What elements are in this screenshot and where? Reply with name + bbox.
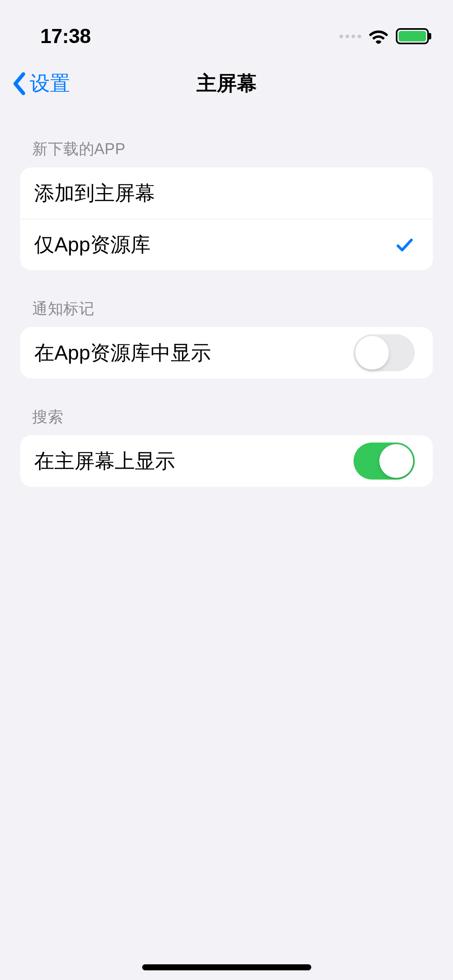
group-badges: 在App资源库中显示 (20, 327, 433, 379)
section-header-badges: 通知标记 (20, 270, 433, 327)
page-title: 主屏幕 (197, 70, 257, 97)
row-show-in-app-library: 在App资源库中显示 (20, 327, 433, 379)
option-app-library-only[interactable]: 仅App资源库 (20, 219, 433, 270)
status-right (339, 28, 429, 44)
battery-icon (396, 28, 429, 44)
section-header-new-apps: 新下载的APP (20, 111, 433, 167)
status-time: 17:38 (40, 25, 91, 48)
toggle-show-in-app-library[interactable] (354, 334, 415, 371)
home-indicator[interactable] (142, 964, 311, 970)
back-label: 设置 (30, 70, 70, 97)
status-bar: 17:38 (0, 0, 453, 56)
nav-bar: 设置 主屏幕 (0, 56, 453, 111)
option-add-to-home[interactable]: 添加到主屏幕 (20, 167, 433, 219)
row-show-on-home: 在主屏幕上显示 (20, 435, 433, 487)
option-label: 仅App资源库 (34, 231, 395, 258)
toggle-show-on-home[interactable] (354, 443, 415, 480)
row-label: 在主屏幕上显示 (34, 448, 354, 475)
content: 新下载的APP 添加到主屏幕 仅App资源库 通知标记 在App资源库中显示 搜… (0, 111, 453, 487)
group-search: 在主屏幕上显示 (20, 435, 433, 487)
cellular-signal-icon (339, 35, 361, 38)
wifi-icon (368, 29, 389, 44)
row-label: 在App资源库中显示 (34, 340, 354, 366)
chevron-left-icon (12, 72, 27, 96)
group-new-apps: 添加到主屏幕 仅App资源库 (20, 167, 433, 270)
checkmark-icon (395, 235, 415, 255)
section-header-search: 搜索 (20, 379, 433, 435)
option-label: 添加到主屏幕 (34, 180, 415, 207)
back-button[interactable]: 设置 (12, 70, 70, 97)
